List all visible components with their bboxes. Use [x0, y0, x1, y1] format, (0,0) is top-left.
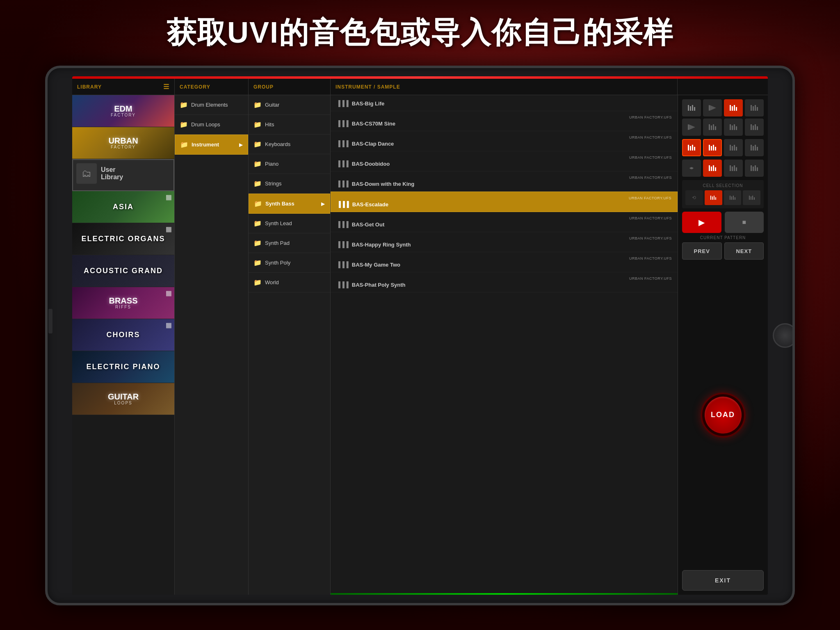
stop-button[interactable]: ■ — [725, 212, 764, 233]
prev-button[interactable]: PREV — [682, 242, 722, 260]
brass-badge: ⬜ — [166, 291, 172, 297]
pattern-btn-4-3[interactable] — [724, 160, 743, 177]
pattern-btn-4-1[interactable] — [682, 160, 701, 177]
svg-rect-38 — [734, 145, 735, 151]
group-item-hits[interactable]: 📁 Hits — [249, 115, 330, 135]
category-item-drum-elements[interactable]: 📁 Drum Elements — [175, 95, 248, 115]
group-item-synth-lead[interactable]: 📁 Synth Lead — [249, 214, 330, 233]
synth-bass-arrow: ▶ — [321, 201, 325, 207]
bars-icon-bas-happy-ring: ▐▐▐ — [336, 241, 349, 248]
library-item-urban[interactable]: URBAN FACTORY — [72, 127, 174, 159]
svg-rect-54 — [755, 165, 756, 171]
tablet-side-button-right[interactable] — [773, 323, 795, 348]
library-item-electric-organs[interactable]: ELECTRIC ORGANS ⬜ — [72, 223, 174, 255]
library-item-guitar-loops[interactable]: GUITAR LOOPS — [72, 383, 174, 415]
pattern-btn-1-3[interactable] — [724, 99, 743, 116]
group-item-keyboards[interactable]: 📁 Keyboards — [249, 135, 330, 154]
group-item-synth-poly[interactable]: 📁 Synth Poly — [249, 253, 330, 273]
pattern-btn-2-4[interactable] — [745, 119, 764, 136]
svg-rect-55 — [757, 167, 758, 171]
current-pattern-label: CURRENT PATTERN — [682, 235, 764, 240]
drum-elements-label: Drum Elements — [191, 102, 228, 108]
group-item-guitar[interactable]: 📁 Guitar — [249, 95, 330, 115]
svg-rect-10 — [751, 105, 752, 111]
category-item-drum-loops[interactable]: 📁 Drum Loops — [175, 115, 248, 135]
instrument-item-bas-clap-dance[interactable]: URBAN FACTORY.UFS ▐▐▐ BAS-Clap Dance — [331, 131, 678, 151]
bas-escalade-name: BAS-Escalade — [352, 201, 388, 208]
pattern-grid-top — [682, 99, 764, 136]
instrument-item-bas-phat-poly[interactable]: URBAN FACTORY.UFS ▐▐▐ BAS-Phat Poly Synt… — [331, 272, 678, 292]
play-button[interactable]: ▶ — [682, 212, 721, 233]
pattern-btn-4-4[interactable] — [745, 160, 764, 177]
pattern-btn-3-2[interactable] — [703, 139, 722, 156]
pattern-btn-1-2[interactable] — [703, 99, 722, 116]
pattern-btn-3-4[interactable] — [745, 139, 764, 156]
instrument-item-bas-doobidoo[interactable]: URBAN FACTORY.UFS ▐▐▐ BAS-Doobidoo — [331, 151, 678, 171]
svg-rect-26 — [755, 124, 756, 130]
load-button-outer[interactable]: LOAD — [701, 393, 746, 438]
group-item-synth-bass[interactable]: 📁 Synth Bass ▶ — [249, 194, 330, 214]
cell-selection-area: CELL SELECTION ⟲ — [682, 180, 764, 208]
library-item-asia[interactable]: ASIA ⬜ — [72, 191, 174, 223]
category-list: 📁 Drum Elements 📁 Drum Loops 📁 Instrumen… — [175, 95, 248, 595]
pattern-btn-4-2[interactable] — [703, 160, 722, 177]
library-item-brass[interactable]: BRASS RIFFS ⬜ — [72, 287, 174, 319]
load-area: LOAD — [682, 263, 764, 567]
pattern-btn-2-2[interactable] — [703, 119, 722, 136]
pattern-btn-2-1[interactable] — [682, 119, 701, 136]
library-item-electric-piano[interactable]: ELECTRIC PIANO — [72, 351, 174, 383]
cell-btn-dark-1[interactable] — [724, 190, 742, 205]
instrument-item-bas-big-life[interactable]: ▐▐▐ BAS-Big Life — [331, 95, 678, 111]
bars-icon-bas-phat: ▐▐▐ — [336, 281, 349, 288]
svg-rect-17 — [711, 126, 712, 130]
cell-btn-link[interactable]: ⟲ — [685, 190, 703, 205]
choirs-label: CHOIRS — [106, 331, 140, 339]
svg-rect-58 — [714, 196, 714, 200]
instrument-panel: ▐▐▐ BAS-Big Life URBAN FACTORY.UFS ▐▐▐ B… — [331, 95, 678, 595]
pattern-btn-1-1[interactable] — [682, 99, 701, 116]
svg-rect-9 — [736, 107, 737, 111]
electric-piano-label: ELECTRIC PIANO — [86, 363, 160, 371]
pattern-btn-3-3[interactable] — [724, 139, 743, 156]
instrument-item-bas-cs70m[interactable]: URBAN FACTORY.UFS ▐▐▐ BAS-CS70M Sine — [331, 111, 678, 131]
group-item-world[interactable]: 📁 World — [249, 273, 330, 292]
load-button[interactable]: LOAD — [705, 397, 742, 434]
svg-rect-30 — [692, 145, 693, 151]
group-item-synth-pad[interactable]: 📁 Synth Pad — [249, 233, 330, 253]
pattern-btn-2-3[interactable] — [724, 119, 743, 136]
library-item-choirs[interactable]: CHOIRS ⬜ — [72, 319, 174, 351]
folder-icon-hits: 📁 — [253, 121, 262, 128]
controls-column-header — [678, 79, 768, 95]
group-item-strings[interactable]: 📁 Strings — [249, 174, 330, 194]
category-item-instrument[interactable]: 📁 Instrument ▶ — [175, 135, 248, 155]
library-menu-icon[interactable]: ☰ — [163, 83, 169, 91]
cell-btn-dark-2[interactable] — [743, 190, 760, 205]
svg-rect-34 — [713, 145, 714, 151]
bas-cs70m-name: BAS-CS70M Sine — [352, 121, 395, 127]
pattern-btn-1-4[interactable] — [745, 99, 764, 116]
instrument-item-bas-get-out[interactable]: URBAN FACTORY.UFS ▐▐▐ BAS-Get Out — [331, 212, 678, 232]
instrument-item-bas-my-game[interactable]: URBAN FACTORY.UFS ▐▐▐ BAS-My Game Two — [331, 252, 678, 272]
instrument-item-bas-escalade[interactable]: URBAN FACTORY.UFS ▐▐▐ BAS-Escalade — [331, 192, 678, 212]
bars-icon-bas-down: ▐▐▐ — [336, 180, 349, 187]
next-button[interactable]: NEXT — [724, 242, 764, 260]
library-item-edm[interactable]: EDM FACTORY — [72, 95, 174, 127]
group-item-piano[interactable]: 📁 Piano — [249, 154, 330, 174]
bars-icon-bas-my-game: ▐▐▐ — [336, 261, 349, 268]
columns-header: LIBRARY ☰ CATEGORY GROUP INSTRUMENT / SA… — [72, 79, 768, 95]
group-list: 📁 Guitar 📁 Hits 📁 Keyboards — [249, 95, 330, 595]
svg-rect-67 — [754, 197, 755, 200]
cell-btn-red-1[interactable] — [705, 190, 722, 205]
library-item-user[interactable]: 🗂 UserLibrary — [72, 159, 174, 191]
tablet-side-button-left[interactable] — [48, 309, 52, 333]
library-item-acoustic-grand[interactable]: ACOUSTIC GRAND — [72, 255, 174, 287]
instrument-item-bas-happy-ring[interactable]: URBAN FACTORY.UFS ▐▐▐ BAS-Happy Ring Syn… — [331, 232, 678, 252]
svg-rect-12 — [755, 105, 756, 111]
page-title: 获取UVI的音色包或导入你自己的采样 — [167, 13, 673, 52]
instrument-item-bas-down-with-king[interactable]: URBAN FACTORY.UFS ▐▐▐ BAS-Down with the … — [331, 171, 678, 192]
cell-selection-label: CELL SELECTION — [685, 183, 760, 188]
category-column-header: CATEGORY — [175, 79, 249, 95]
exit-button[interactable]: EXIT — [682, 570, 764, 591]
pattern-btn-3-1[interactable] — [682, 139, 701, 156]
folder-icon-synth-pad: 📁 — [253, 239, 262, 247]
